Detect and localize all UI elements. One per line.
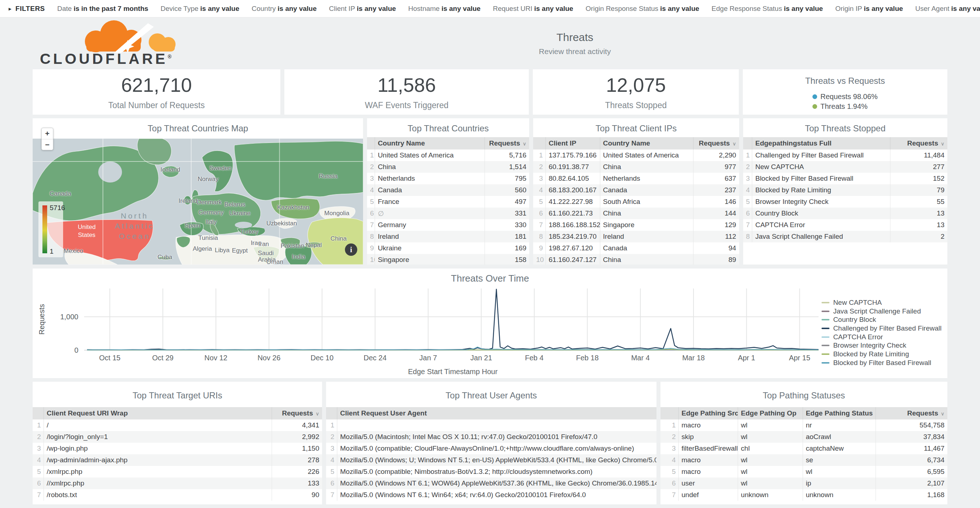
table-row: 4macrowlse6,734: [660, 454, 947, 466]
row-number: 6: [33, 478, 43, 489]
filter-item[interactable]: User Agentis any value: [915, 5, 980, 13]
filter-item[interactable]: Device Typeis any value: [161, 5, 239, 13]
filter-value: is any value: [660, 5, 699, 12]
filter-value: is in the past 7 months: [74, 5, 148, 12]
chart-legend-item[interactable]: New CAPTCHA: [821, 298, 942, 307]
row-number: 7: [367, 219, 375, 231]
column-header[interactable]: Client Request User Agent: [337, 407, 656, 419]
table-cell: ∅: [375, 207, 485, 219]
table-cell: 61.160.221.73: [546, 207, 600, 219]
table-cell: Ukraine: [375, 242, 485, 254]
filter-item[interactable]: Hostnameis any value: [408, 5, 480, 13]
column-header[interactable]: Edge Pathing Op: [738, 407, 803, 419]
filter-field-label: Hostname: [408, 5, 440, 12]
row-number: 2: [660, 431, 679, 443]
row-number: 4: [660, 454, 679, 466]
table-cell: 89: [694, 254, 739, 264]
filter-item[interactable]: Countryis any value: [252, 5, 317, 13]
chart-legend-item[interactable]: Challenged by Filter Based Firewall: [821, 324, 942, 333]
stat-value: 621,710: [121, 74, 192, 96]
table-title: Top Threat User Agents: [326, 390, 656, 401]
zoom-out-button[interactable]: −: [42, 139, 53, 150]
chart-legend-item[interactable]: CAPTCHA Error: [821, 333, 942, 341]
chart-legend-item[interactable]: Blocked by Rate Limiting: [821, 350, 942, 358]
column-header[interactable]: Requests∨: [485, 137, 529, 150]
filter-item[interactable]: Origin Response Statusis any value: [585, 5, 699, 13]
table-row: 541.222.227.98South Africa146: [533, 196, 739, 207]
column-header[interactable]: Edge Pathing Status: [803, 407, 876, 419]
table-cell: 11,467: [876, 443, 947, 454]
threats-over-time-chart[interactable]: 01,000RequestsOct 15Oct 29Nov 12Nov 26De…: [33, 269, 947, 378]
chart-legend-item[interactable]: Java Script Challenge Failed: [821, 307, 942, 316]
legend-label: Country Block: [833, 316, 876, 324]
table-row: 7Mozilla/5.0 (Windows NT 6.1; Win64; x64…: [326, 489, 656, 501]
svg-text:Mar 4: Mar 4: [631, 354, 649, 362]
table-cell: 2,290: [694, 150, 739, 161]
row-number: 3: [33, 443, 43, 454]
table-row: 380.82.64.105Netherlands637: [533, 173, 739, 184]
column-header[interactable]: Requests∨: [876, 407, 947, 419]
chart-legend-item[interactable]: Blocked by Filter Based Firewall: [821, 358, 942, 367]
map-info-button[interactable]: i: [345, 244, 357, 256]
row-number: 7: [33, 489, 43, 501]
filter-item[interactable]: Request URIis any value: [493, 5, 573, 13]
filter-item[interactable]: Client IPis any value: [329, 5, 396, 13]
stats-row: 621,710 Total Number of Requests 11,586 …: [33, 69, 947, 115]
row-number: 5: [326, 466, 337, 478]
table-cell: 1,168: [876, 489, 947, 501]
table-cell: wl: [738, 478, 803, 489]
table-cell: /: [43, 419, 272, 431]
table-row: 5macrowlwl6,595: [660, 466, 947, 478]
world-map-svg: [33, 139, 363, 264]
world-map[interactable]: CanadaUnitedStatesMexicoCubaIcelandSwede…: [33, 139, 363, 264]
chart-legend-item[interactable]: Country Block: [821, 315, 942, 324]
table-cell: 278: [272, 454, 322, 466]
column-header[interactable]: Country Name: [600, 137, 694, 150]
svg-text:Apr 1: Apr 1: [738, 354, 755, 362]
table-cell: 5,716: [485, 150, 529, 161]
table-cell: Country Block: [752, 207, 890, 219]
cloudflare-cloud-icon: [73, 19, 187, 55]
table-cell: [337, 419, 656, 431]
row-number: 7: [660, 489, 679, 501]
zoom-in-button[interactable]: +: [42, 128, 53, 139]
table-cell: 6,734: [876, 454, 947, 466]
column-header[interactable]: Requests∨: [694, 137, 739, 150]
column-header[interactable]: Requests∨: [272, 407, 322, 419]
table-cell: 144: [694, 207, 739, 219]
table-cell: 181: [485, 231, 529, 242]
filter-item[interactable]: Dateis in the past 7 months: [57, 5, 148, 13]
column-header[interactable]: Requests∨: [890, 137, 947, 150]
table-row: 10Singapore158: [367, 254, 529, 264]
table-cell: 560: [485, 184, 529, 196]
row-number: 8: [743, 231, 752, 242]
filter-item[interactable]: Edge Response Statusis any value: [712, 5, 823, 13]
svg-text:1,000: 1,000: [60, 313, 78, 321]
stat-label: Threats Stopped: [605, 100, 667, 110]
row-number: 1: [743, 150, 752, 161]
donut-legend-item[interactable]: Threats 1.94%: [813, 102, 878, 111]
column-header[interactable]: Client Request URI Wrap: [43, 407, 272, 419]
column-header[interactable]: Country Name: [375, 137, 485, 150]
column-header[interactable]: Client IP: [546, 137, 600, 150]
table-cell: Challenged by Filter Based Firewall: [752, 150, 890, 161]
table-row: 3/wp-login.php1,150: [33, 443, 322, 454]
column-header[interactable]: Edge Pathing Src: [679, 407, 738, 419]
row-number: 3: [326, 443, 337, 454]
svg-text:Oct 15: Oct 15: [99, 354, 121, 362]
legend-dot-icon: [813, 94, 817, 99]
row-number: 10: [367, 254, 375, 264]
filters-toggle[interactable]: ▸ FILTERS: [9, 5, 45, 13]
filter-value: is any value: [534, 5, 573, 12]
filter-item[interactable]: Origin IPis any value: [835, 5, 903, 13]
cloudflare-wordmark: CLOUDFLARE®: [40, 51, 172, 67]
legend-line-icon: [821, 336, 829, 338]
row-number: 2: [533, 161, 546, 173]
column-header[interactable]: Edgepathingstatus Full: [752, 137, 890, 150]
table-row: 4Canada560: [367, 184, 529, 196]
chart-legend-item[interactable]: Browser Integrity Check: [821, 341, 942, 350]
table-cell: 198.27.67.120: [546, 242, 600, 254]
donut-legend-item[interactable]: Requests 98.06%: [813, 92, 878, 102]
table-row: 1137.175.79.166United States of America2…: [533, 150, 739, 161]
legend-line-icon: [821, 362, 829, 363]
